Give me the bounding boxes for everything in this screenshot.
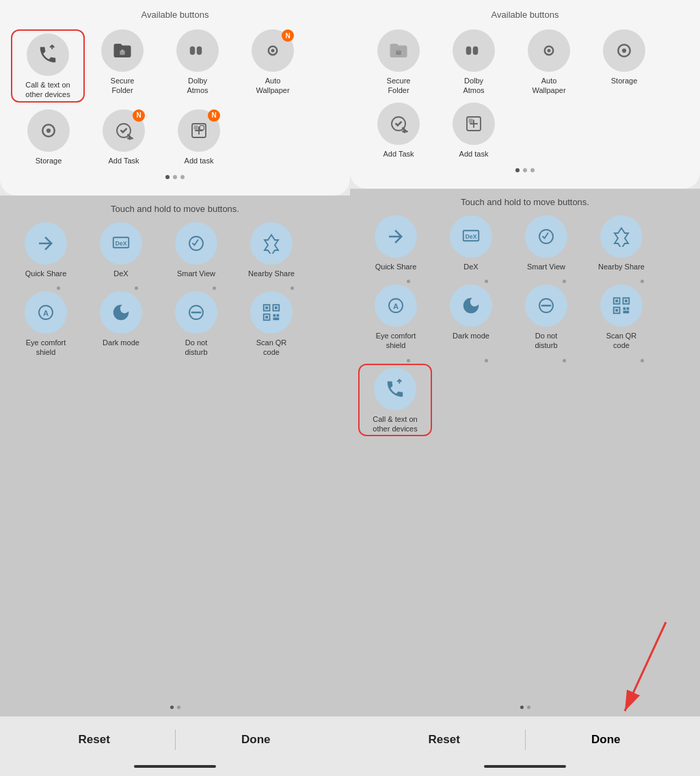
dolby-icon bbox=[187, 40, 208, 61]
svg-rect-36 bbox=[473, 46, 479, 55]
r-quick-share-icon bbox=[386, 226, 406, 247]
right-panel: Available buttons SecureFolder bbox=[350, 0, 700, 776]
right-call-text-label: Call & text onother devices bbox=[373, 414, 417, 434]
phone-rotate-icon bbox=[38, 44, 58, 65]
left-btn-dolby[interactable]: DolbyAtmos bbox=[160, 29, 235, 103]
storage-icon-circle bbox=[27, 109, 70, 152]
left-home-bar bbox=[134, 765, 216, 768]
right-touch-call-text[interactable]: Call & text onother devices bbox=[358, 364, 432, 437]
right-btn-dolby[interactable]: DolbyAtmos bbox=[436, 29, 511, 96]
left-touch-grid-2: A Eye comfortshield Dark mode bbox=[5, 291, 345, 364]
left-dex-label: DeX bbox=[113, 269, 128, 278]
right-touch-title: Touch and hold to move buttons. bbox=[355, 197, 695, 207]
r-smart-view-icon-circle bbox=[525, 215, 567, 258]
left-storage-label: Storage bbox=[36, 156, 62, 165]
right-btn-secure-folder[interactable]: SecureFolder bbox=[361, 29, 436, 96]
add-task2-icon-circle: N bbox=[178, 109, 220, 152]
right-touch-quick-share[interactable]: Quick Share bbox=[358, 215, 433, 271]
left-done-button[interactable]: Done bbox=[176, 726, 337, 753]
svg-rect-64 bbox=[623, 311, 630, 314]
left-btn-secure-folder[interactable]: SecureFolder bbox=[85, 29, 160, 103]
left-touch-title: Touch and hold to move buttons. bbox=[5, 204, 345, 214]
left-btn-call-text[interactable]: Call & text onother devices bbox=[11, 29, 85, 103]
right-add-task-label: Add Task bbox=[383, 149, 414, 159]
right-touch-dark-mode[interactable]: Dark mode bbox=[433, 284, 509, 351]
r-qr-icon-circle bbox=[600, 284, 643, 327]
svg-rect-29 bbox=[265, 316, 268, 319]
badge-n: N bbox=[282, 29, 294, 42]
r-dot-3 bbox=[530, 168, 535, 172]
r-quick-share-icon-circle bbox=[375, 215, 417, 258]
right-buttons-grid: SecureFolder DolbyAtmos bbox=[358, 29, 692, 165]
right-qr-label: Scan QRcode bbox=[606, 331, 637, 351]
quick-share-icon bbox=[36, 233, 56, 254]
left-touch-dex[interactable]: DeX DeX bbox=[83, 222, 159, 278]
left-reset-button[interactable]: Reset bbox=[14, 726, 175, 753]
left-btn-add-task[interactable]: N Add Task bbox=[86, 109, 161, 165]
svg-rect-25 bbox=[265, 306, 268, 309]
auto-wallpaper-icon bbox=[262, 40, 283, 61]
left-eye-comfort-label: Eye comfortshield bbox=[26, 338, 66, 358]
r-dot-1 bbox=[515, 168, 520, 172]
r-auto-wallpaper-icon-circle bbox=[528, 29, 570, 72]
right-touch-dex[interactable]: DeX DeX bbox=[433, 215, 509, 271]
left-touch-qr[interactable]: Scan QRcode bbox=[234, 291, 309, 358]
svg-point-5 bbox=[271, 49, 275, 53]
right-reset-button[interactable]: Reset bbox=[364, 726, 525, 753]
dot-3 bbox=[180, 175, 185, 179]
right-touch-eye-comfort[interactable]: A Eye comfortshield bbox=[358, 284, 433, 351]
right-touch-smart-view[interactable]: Smart View bbox=[509, 215, 584, 271]
left-add-task-label: Add Task bbox=[108, 156, 139, 165]
r-dnd-icon bbox=[536, 295, 556, 316]
add-task-icon-circle: N bbox=[103, 109, 145, 152]
left-touch-section: Touch and hold to move buttons. Quick Sh… bbox=[0, 196, 350, 716]
svg-rect-57 bbox=[615, 299, 618, 302]
right-touch-nearby-share[interactable]: Nearby Share bbox=[584, 215, 659, 271]
r-dolby-icon-circle bbox=[453, 29, 495, 72]
left-bottom-bar: Reset Done bbox=[0, 716, 350, 762]
left-touch-dark-mode[interactable]: Dark mode bbox=[83, 291, 159, 358]
r-nearby-share-icon-circle bbox=[600, 215, 643, 258]
right-touch-qr[interactable]: Scan QRcode bbox=[584, 284, 659, 351]
right-touch-dnd[interactable]: Do notdisturb bbox=[509, 284, 584, 351]
left-btn-storage[interactable]: Storage bbox=[11, 109, 86, 165]
right-available-dots bbox=[358, 168, 692, 172]
dnd-icon-circle bbox=[175, 291, 217, 334]
tdot-2 bbox=[177, 706, 180, 709]
eye-comfort-icon: A bbox=[36, 302, 56, 323]
svg-point-7 bbox=[46, 128, 51, 132]
right-btn-storage[interactable]: Storage bbox=[587, 29, 662, 96]
left-add-task2-label: Add task bbox=[185, 156, 214, 165]
left-available-title: Available buttons bbox=[8, 10, 342, 20]
right-btn-auto-wallpaper[interactable]: AutoWallpaper bbox=[511, 29, 587, 96]
svg-text:DeX: DeX bbox=[465, 232, 476, 239]
right-storage-label: Storage bbox=[611, 76, 638, 85]
left-dolby-label: DolbyAtmos bbox=[187, 76, 208, 96]
left-touch-nearby-share[interactable]: Nearby Share bbox=[234, 222, 309, 278]
left-btn-add-task2[interactable]: N Add task bbox=[161, 109, 237, 165]
left-btn-auto-wallpaper[interactable]: N AutoWallpaper bbox=[235, 29, 310, 103]
right-btn-add-task2[interactable]: Add task bbox=[436, 103, 511, 159]
left-available-section: Available buttons Call & text onother de… bbox=[0, 0, 350, 196]
right-touch-grid: Quick Share DeX DeX Sma bbox=[355, 215, 695, 278]
right-quick-share-label: Quick Share bbox=[375, 262, 417, 271]
r-qr-icon bbox=[611, 295, 632, 316]
call-text-icon-circle bbox=[27, 34, 69, 76]
r-tdot-1 bbox=[520, 706, 524, 709]
r-dot-2 bbox=[523, 168, 527, 172]
left-touch-dnd[interactable]: Do notdisturb bbox=[159, 291, 234, 358]
dark-mode-icon bbox=[111, 302, 131, 323]
left-touch-quick-share[interactable]: Quick Share bbox=[8, 222, 83, 278]
r-tdot-2 bbox=[527, 706, 530, 709]
svg-rect-27 bbox=[275, 306, 278, 309]
auto-wallpaper-icon-circle: N bbox=[252, 29, 294, 72]
right-done-button[interactable]: Done bbox=[526, 726, 687, 753]
left-smart-view-label: Smart View bbox=[177, 269, 215, 278]
right-add-task2-label: Add task bbox=[459, 149, 489, 159]
right-btn-add-task[interactable]: Add Task bbox=[361, 103, 436, 159]
right-dolby-label: DolbyAtmos bbox=[463, 76, 484, 96]
left-touch-eye-comfort[interactable]: A Eye comfortshield bbox=[8, 291, 83, 358]
right-nearby-share-label: Nearby Share bbox=[598, 262, 645, 271]
left-touch-smart-view[interactable]: Smart View bbox=[159, 222, 234, 278]
svg-rect-31 bbox=[277, 315, 280, 317]
